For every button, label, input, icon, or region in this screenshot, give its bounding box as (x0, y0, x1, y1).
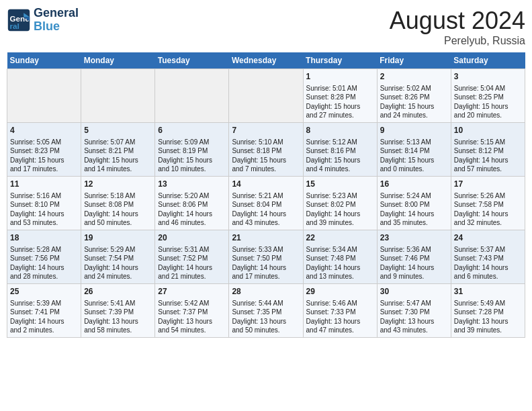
calendar-cell: 19Sunrise: 5:29 AM Sunset: 7:54 PM Dayli… (81, 230, 155, 284)
calendar-cell: 23Sunrise: 5:36 AM Sunset: 7:46 PM Dayli… (377, 230, 451, 284)
calendar-sub-title: Perelyub, Russia (390, 35, 525, 47)
calendar-cell: 7Sunrise: 5:10 AM Sunset: 8:18 PM Daylig… (229, 123, 303, 177)
day-info: Sunrise: 5:28 AM Sunset: 7:56 PM Dayligh… (10, 245, 78, 281)
day-number: 17 (454, 179, 522, 190)
header-day-wednesday: Wednesday (229, 52, 303, 69)
calendar-cell: 15Sunrise: 5:23 AM Sunset: 8:02 PM Dayli… (303, 177, 377, 230)
day-number: 10 (454, 125, 522, 136)
day-number: 20 (158, 232, 226, 244)
calendar-cell: 18Sunrise: 5:28 AM Sunset: 7:56 PM Dayli… (7, 230, 81, 284)
calendar-cell: 17Sunrise: 5:26 AM Sunset: 7:58 PM Dayli… (451, 177, 525, 230)
day-info: Sunrise: 5:39 AM Sunset: 7:41 PM Dayligh… (10, 299, 78, 335)
calendar-week-row-1: 1Sunrise: 5:01 AM Sunset: 8:28 PM Daylig… (7, 69, 525, 123)
day-info: Sunrise: 5:44 AM Sunset: 7:35 PM Dayligh… (232, 299, 300, 335)
day-number: 30 (380, 286, 448, 298)
calendar-title-area: August 2024 Perelyub, Russia (390, 7, 525, 47)
calendar-cell (229, 69, 303, 123)
day-number: 13 (158, 179, 226, 190)
day-number: 1 (306, 71, 374, 83)
header-day-friday: Friday (377, 52, 451, 69)
header-day-thursday: Thursday (303, 52, 377, 69)
day-info: Sunrise: 5:13 AM Sunset: 8:14 PM Dayligh… (380, 138, 448, 174)
calendar-cell: 4Sunrise: 5:05 AM Sunset: 8:23 PM Daylig… (7, 123, 81, 177)
day-info: Sunrise: 5:20 AM Sunset: 8:06 PM Dayligh… (158, 191, 226, 228)
calendar-main-title: August 2024 (390, 7, 525, 35)
calendar-cell: 3Sunrise: 5:04 AM Sunset: 8:25 PM Daylig… (451, 69, 525, 123)
day-number: 14 (232, 179, 300, 190)
calendar-cell: 12Sunrise: 5:18 AM Sunset: 8:08 PM Dayli… (81, 177, 155, 230)
calendar-week-row-2: 4Sunrise: 5:05 AM Sunset: 8:23 PM Daylig… (7, 123, 525, 177)
day-info: Sunrise: 5:36 AM Sunset: 7:46 PM Dayligh… (380, 245, 448, 281)
day-info: Sunrise: 5:37 AM Sunset: 7:43 PM Dayligh… (454, 245, 522, 281)
calendar-week-row-5: 25Sunrise: 5:39 AM Sunset: 7:41 PM Dayli… (7, 284, 525, 338)
calendar-cell: 30Sunrise: 5:47 AM Sunset: 7:30 PM Dayli… (377, 284, 451, 338)
header-day-saturday: Saturday (451, 52, 525, 69)
day-number: 7 (232, 125, 300, 136)
day-number: 24 (454, 232, 522, 244)
header-day-tuesday: Tuesday (155, 52, 229, 69)
page-header: Gene ral General Blue August 2024 Perely… (7, 7, 525, 47)
day-info: Sunrise: 5:34 AM Sunset: 7:48 PM Dayligh… (306, 245, 374, 281)
day-info: Sunrise: 5:01 AM Sunset: 8:28 PM Dayligh… (306, 84, 374, 120)
calendar-cell: 9Sunrise: 5:13 AM Sunset: 8:14 PM Daylig… (377, 123, 451, 177)
calendar-week-row-3: 11Sunrise: 5:16 AM Sunset: 8:10 PM Dayli… (7, 177, 525, 230)
day-info: Sunrise: 5:31 AM Sunset: 7:52 PM Dayligh… (158, 245, 226, 281)
day-info: Sunrise: 5:07 AM Sunset: 8:21 PM Dayligh… (84, 138, 152, 174)
day-info: Sunrise: 5:04 AM Sunset: 8:25 PM Dayligh… (454, 84, 522, 120)
day-number: 16 (380, 179, 448, 190)
day-info: Sunrise: 5:15 AM Sunset: 8:12 PM Dayligh… (454, 138, 522, 174)
calendar-table: SundayMondayTuesdayWednesdayThursdayFrid… (7, 52, 525, 338)
header-day-monday: Monday (81, 52, 155, 69)
day-number: 11 (10, 179, 78, 190)
calendar-cell: 27Sunrise: 5:42 AM Sunset: 7:37 PM Dayli… (155, 284, 229, 338)
day-number: 18 (10, 232, 78, 244)
day-info: Sunrise: 5:21 AM Sunset: 8:04 PM Dayligh… (232, 191, 300, 228)
day-info: Sunrise: 5:29 AM Sunset: 7:54 PM Dayligh… (84, 245, 152, 281)
day-info: Sunrise: 5:41 AM Sunset: 7:39 PM Dayligh… (84, 299, 152, 335)
day-number: 31 (454, 286, 522, 298)
day-number: 5 (84, 125, 152, 136)
logo: Gene ral General Blue (7, 7, 79, 34)
calendar-cell: 8Sunrise: 5:12 AM Sunset: 8:16 PM Daylig… (303, 123, 377, 177)
header-day-sunday: Sunday (7, 52, 81, 69)
calendar-cell: 11Sunrise: 5:16 AM Sunset: 8:10 PM Dayli… (7, 177, 81, 230)
calendar-cell: 14Sunrise: 5:21 AM Sunset: 8:04 PM Dayli… (229, 177, 303, 230)
calendar-cell: 24Sunrise: 5:37 AM Sunset: 7:43 PM Dayli… (451, 230, 525, 284)
day-info: Sunrise: 5:24 AM Sunset: 8:00 PM Dayligh… (380, 191, 448, 228)
day-number: 21 (232, 232, 300, 244)
calendar-cell: 13Sunrise: 5:20 AM Sunset: 8:06 PM Dayli… (155, 177, 229, 230)
day-number: 29 (306, 286, 374, 298)
day-number: 23 (380, 232, 448, 244)
day-number: 26 (84, 286, 152, 298)
day-number: 19 (84, 232, 152, 244)
calendar-cell: 26Sunrise: 5:41 AM Sunset: 7:39 PM Dayli… (81, 284, 155, 338)
day-info: Sunrise: 5:10 AM Sunset: 8:18 PM Dayligh… (232, 138, 300, 174)
day-number: 4 (10, 125, 78, 136)
day-number: 6 (158, 125, 226, 136)
calendar-cell: 2Sunrise: 5:02 AM Sunset: 8:26 PM Daylig… (377, 69, 451, 123)
day-number: 27 (158, 286, 226, 298)
calendar-cell: 29Sunrise: 5:46 AM Sunset: 7:33 PM Dayli… (303, 284, 377, 338)
day-info: Sunrise: 5:47 AM Sunset: 7:30 PM Dayligh… (380, 299, 448, 335)
day-info: Sunrise: 5:02 AM Sunset: 8:26 PM Dayligh… (380, 84, 448, 120)
calendar-cell: 31Sunrise: 5:49 AM Sunset: 7:28 PM Dayli… (451, 284, 525, 338)
calendar-cell (155, 69, 229, 123)
day-info: Sunrise: 5:33 AM Sunset: 7:50 PM Dayligh… (232, 245, 300, 281)
day-info: Sunrise: 5:16 AM Sunset: 8:10 PM Dayligh… (10, 191, 78, 228)
logo-icon: Gene ral (7, 8, 31, 32)
calendar-cell: 25Sunrise: 5:39 AM Sunset: 7:41 PM Dayli… (7, 284, 81, 338)
calendar-cell (7, 69, 81, 123)
day-number: 15 (306, 179, 374, 190)
calendar-header-row: SundayMondayTuesdayWednesdayThursdayFrid… (7, 52, 525, 69)
calendar-cell: 5Sunrise: 5:07 AM Sunset: 8:21 PM Daylig… (81, 123, 155, 177)
calendar-cell: 21Sunrise: 5:33 AM Sunset: 7:50 PM Dayli… (229, 230, 303, 284)
day-info: Sunrise: 5:49 AM Sunset: 7:28 PM Dayligh… (454, 299, 522, 335)
logo-text-line2: Blue (34, 20, 79, 34)
day-info: Sunrise: 5:46 AM Sunset: 7:33 PM Dayligh… (306, 299, 374, 335)
day-info: Sunrise: 5:05 AM Sunset: 8:23 PM Dayligh… (10, 138, 78, 174)
calendar-week-row-4: 18Sunrise: 5:28 AM Sunset: 7:56 PM Dayli… (7, 230, 525, 284)
day-number: 8 (306, 125, 374, 136)
day-info: Sunrise: 5:18 AM Sunset: 8:08 PM Dayligh… (84, 191, 152, 228)
day-number: 25 (10, 286, 78, 298)
calendar-cell: 1Sunrise: 5:01 AM Sunset: 8:28 PM Daylig… (303, 69, 377, 123)
